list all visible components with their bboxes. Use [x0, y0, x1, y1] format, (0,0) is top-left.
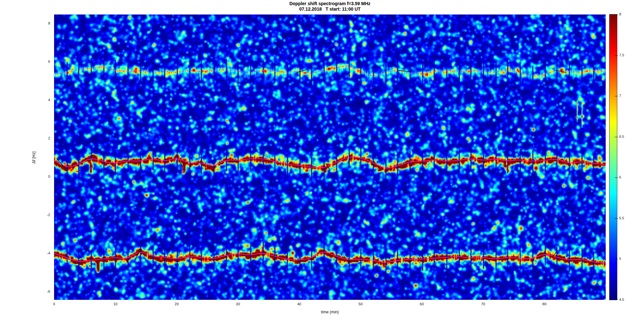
x-tick-label: 40 — [297, 302, 301, 306]
chart-subtitle: 07.12.2018 T start: 11:00 UT — [54, 6, 606, 12]
x-tick-label: 0 — [53, 302, 55, 306]
colorbar-tick-label: 8 — [619, 12, 621, 16]
colorbar-tick-label: 4.5 — [619, 298, 624, 301]
spectrogram-figure: Doppler shift spectrogram f=3.59 MHz 07.… — [0, 0, 644, 323]
colorbar-tick-mark — [615, 177, 618, 178]
colorbar-tick-mark — [615, 55, 618, 56]
y-tick-label: -6 — [32, 290, 50, 293]
x-tick-label: 30 — [236, 302, 240, 306]
chart-title: Doppler shift spectrogram f=3.59 MHz — [54, 1, 606, 6]
colorbar-tick-label: 6 — [619, 175, 621, 179]
x-tick-label: 50 — [358, 302, 363, 306]
y-tick-label: 6 — [32, 60, 50, 63]
colorbar-tick-mark — [615, 218, 618, 219]
colorbar-tick-label: 5 — [619, 257, 621, 261]
colorbar-tick-label: 5.5 — [619, 216, 624, 220]
colorbar-tick-mark — [615, 14, 618, 15]
y-tick-label: -4 — [32, 251, 50, 255]
colorbar-tick-label: 6.5 — [619, 135, 624, 138]
colorbar-tick-mark — [615, 259, 618, 259]
colorbar-tick-label: 7.5 — [619, 53, 624, 57]
x-tick-label: 10 — [113, 302, 118, 306]
x-tick-label: 70 — [481, 302, 485, 306]
x-tick-label: 20 — [175, 302, 179, 306]
y-tick-label: -2 — [32, 213, 50, 217]
x-axis-label: time (min) — [54, 310, 606, 314]
x-tick-label: 80 — [542, 302, 546, 306]
colorbar-canvas — [610, 14, 617, 300]
y-tick-label: 0 — [32, 175, 50, 178]
y-tick-label: 4 — [32, 98, 50, 102]
colorbar-tick-mark — [615, 299, 618, 300]
y-axis-label: Δf [Hz] — [32, 146, 36, 169]
x-tick-label: 60 — [420, 302, 424, 306]
colorbar-tick-mark — [615, 96, 618, 96]
spectrogram-canvas — [54, 14, 606, 300]
colorbar-tick-label: 7 — [619, 94, 621, 98]
y-tick-label: 2 — [32, 136, 50, 140]
y-tick-label: 8 — [32, 21, 50, 25]
colorbar-tick-mark — [615, 137, 618, 137]
